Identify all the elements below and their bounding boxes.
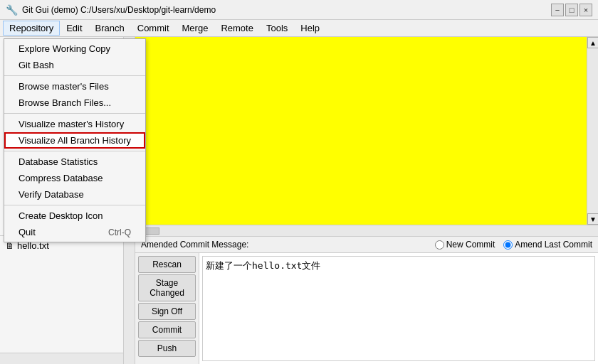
maximize-button[interactable]: □	[565, 4, 578, 16]
radio-amend-last-commit-label: Amend Last Commit	[515, 240, 592, 250]
commit-message-input[interactable]: 新建了一个hello.txt文件	[202, 256, 595, 361]
commit-button[interactable]: Commit	[138, 321, 196, 338]
menu-remote[interactable]: Remote	[214, 21, 260, 36]
sign-off-button[interactable]: Sign Off	[138, 303, 196, 320]
menu-item-explore-working-copy[interactable]: Explore Working Copy	[4, 41, 145, 57]
commit-header: Amended Commit Message: New Commit Amend…	[135, 237, 598, 253]
menu-item-compress-database[interactable]: Compress Database	[4, 170, 145, 186]
scroll-up-arrow[interactable]: ▲	[587, 37, 598, 48]
menu-item-visualize-masters-history[interactable]: Visualize master's History	[4, 116, 145, 132]
scroll-track	[587, 48, 598, 213]
menu-item-browse-branch-files[interactable]: Browse Branch Files...	[4, 95, 145, 111]
commit-message-label: Amended Commit Message:	[141, 240, 248, 250]
repository-dropdown: Explore Working Copy Git Bash Browse mas…	[4, 38, 146, 242]
commit-body: Rescan Stage Changed Sign Off Commit Pus…	[135, 253, 598, 364]
minimize-button[interactable]: −	[551, 4, 564, 16]
commit-radio-group: New Commit Amend Last Commit	[435, 240, 592, 250]
menu-item-database-statistics[interactable]: Database Statistics	[4, 154, 145, 170]
title-bar: 🔧 Git Gui (demo) C:/Users/xu/Desktop/git…	[0, 0, 598, 20]
menu-edit[interactable]: Edit	[60, 21, 88, 36]
diff-view	[135, 37, 587, 225]
menu-item-visualize-all-branch-history[interactable]: Visualize All Branch History	[4, 132, 145, 149]
menu-branch[interactable]: Branch	[89, 21, 131, 36]
separator-4	[4, 205, 145, 205]
menu-merge[interactable]: Merge	[176, 21, 215, 36]
radio-new-commit[interactable]: New Commit	[435, 240, 495, 250]
rescan-button[interactable]: Rescan	[138, 256, 196, 273]
quit-shortcut: Ctrl-Q	[108, 228, 131, 237]
window-title: Git Gui (demo) C:/Users/xu/Desktop/git-l…	[22, 5, 216, 15]
menu-item-verify-database[interactable]: Verify Database	[4, 186, 145, 203]
radio-new-commit-input[interactable]	[435, 240, 444, 250]
menu-item-create-desktop-icon[interactable]: Create Desktop Icon	[4, 208, 145, 224]
separator-1	[4, 75, 145, 76]
menu-help[interactable]: Help	[294, 21, 326, 36]
window-controls: − □ ×	[551, 4, 592, 16]
menu-tools[interactable]: Tools	[260, 21, 294, 36]
commit-message-area: 新建了一个hello.txt文件	[199, 253, 598, 364]
unstaged-files-area: 🗎 hello.txt	[0, 236, 123, 353]
diff-content-area: ▲ ▼	[135, 37, 598, 225]
close-button[interactable]: ×	[579, 4, 592, 16]
menu-commit[interactable]: Commit	[131, 21, 176, 36]
menu-bar: Repository Explore Working Copy Git Bash…	[0, 20, 598, 37]
commit-buttons: Rescan Stage Changed Sign Off Commit Pus…	[135, 253, 199, 364]
radio-amend-last-commit-input[interactable]	[503, 240, 513, 250]
separator-3	[4, 151, 145, 151]
left-bottom-scrollbar-x[interactable]	[0, 353, 123, 364]
commit-area: Amended Commit Message: New Commit Amend…	[135, 236, 598, 364]
separator-2	[4, 113, 145, 114]
push-button[interactable]: Push	[138, 340, 196, 357]
right-panel: ▲ ▼ Amended Commit Message: New Commit	[135, 37, 598, 364]
menu-item-git-bash[interactable]: Git Bash	[4, 57, 145, 73]
scroll-down-arrow[interactable]: ▼	[587, 213, 598, 225]
quit-label: Quit	[19, 227, 36, 237]
menu-item-quit[interactable]: Quit Ctrl-Q	[4, 224, 145, 240]
diff-scrollbar-x[interactable]	[135, 225, 598, 236]
radio-amend-last-commit[interactable]: Amend Last Commit	[503, 240, 592, 250]
menu-repository[interactable]: Repository Explore Working Copy Git Bash…	[3, 21, 60, 36]
app-icon: 🔧	[6, 4, 18, 16]
menu-item-browse-masters-files[interactable]: Browse master's Files	[4, 78, 145, 95]
radio-new-commit-label: New Commit	[446, 240, 495, 250]
stage-changed-button[interactable]: Stage Changed	[138, 274, 196, 301]
diff-scrollbar-y[interactable]: ▲ ▼	[587, 37, 598, 225]
